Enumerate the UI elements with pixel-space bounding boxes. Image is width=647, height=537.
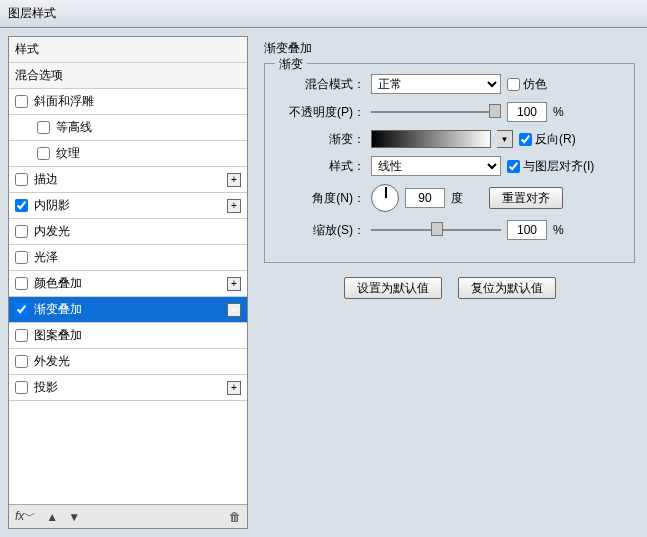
trash-icon[interactable]: 🗑: [229, 510, 241, 524]
up-icon[interactable]: ▲: [46, 510, 58, 524]
sidebar-footer: fx﹀ ▲ ▼ 🗑: [9, 504, 247, 528]
gradient-dropdown-icon[interactable]: ▼: [497, 130, 513, 148]
angle-input[interactable]: [405, 188, 445, 208]
style-item-stroke[interactable]: 描边 +: [9, 167, 247, 193]
align-checkbox[interactable]: 与图层对齐(I): [507, 158, 594, 175]
opacity-input[interactable]: [507, 102, 547, 122]
scale-input[interactable]: [507, 220, 547, 240]
group-legend: 渐变: [275, 56, 307, 73]
style-check[interactable]: [15, 329, 28, 342]
reverse-checkbox[interactable]: 反向(R): [519, 131, 576, 148]
angle-label: 角度(N)：: [277, 190, 365, 207]
angle-dial[interactable]: [371, 184, 399, 212]
dither-checkbox[interactable]: 仿色: [507, 76, 547, 93]
window-titlebar: 图层样式: [0, 0, 647, 28]
gradient-label: 渐变：: [277, 131, 365, 148]
style-item-satin[interactable]: 光泽: [9, 245, 247, 271]
style-item-bevel[interactable]: 斜面和浮雕: [9, 89, 247, 115]
down-icon[interactable]: ▼: [68, 510, 80, 524]
style-check[interactable]: [15, 277, 28, 290]
scale-label: 缩放(S)：: [277, 222, 365, 239]
opacity-label: 不透明度(P)：: [277, 104, 365, 121]
section-title: 渐变叠加: [264, 40, 635, 57]
style-check[interactable]: [15, 303, 28, 316]
style-item-inner-glow[interactable]: 内发光: [9, 219, 247, 245]
style-item-inner-shadow[interactable]: 内阴影 +: [9, 193, 247, 219]
style-item-gradient-overlay[interactable]: 渐变叠加 +: [9, 297, 247, 323]
add-icon[interactable]: +: [227, 277, 241, 291]
blend-options-header[interactable]: 混合选项: [9, 63, 247, 89]
style-check[interactable]: [15, 95, 28, 108]
style-check[interactable]: [15, 199, 28, 212]
gradient-group: 渐变 混合模式： 正常 仿色 不透明度(P)： % 渐变： ▼ 反向(R): [264, 63, 635, 263]
add-icon[interactable]: +: [227, 199, 241, 213]
add-icon[interactable]: +: [227, 381, 241, 395]
style-item-drop-shadow[interactable]: 投影 +: [9, 375, 247, 401]
scale-slider[interactable]: [371, 222, 501, 238]
style-item-pattern-overlay[interactable]: 图案叠加: [9, 323, 247, 349]
style-check[interactable]: [15, 225, 28, 238]
style-select[interactable]: 线性: [371, 156, 501, 176]
style-item-outer-glow[interactable]: 外发光: [9, 349, 247, 375]
blend-label: 混合模式：: [277, 76, 365, 93]
reset-align-button[interactable]: 重置对齐: [489, 187, 563, 209]
style-check[interactable]: [15, 381, 28, 394]
style-label: 样式：: [277, 158, 365, 175]
styles-header[interactable]: 样式: [9, 37, 247, 63]
add-icon[interactable]: +: [227, 173, 241, 187]
style-check[interactable]: [37, 147, 50, 160]
fx-icon[interactable]: fx﹀: [15, 508, 36, 525]
style-check[interactable]: [15, 173, 28, 186]
style-check[interactable]: [15, 251, 28, 264]
style-item-color-overlay[interactable]: 颜色叠加 +: [9, 271, 247, 297]
reset-default-button[interactable]: 复位为默认值: [458, 277, 556, 299]
style-check[interactable]: [15, 355, 28, 368]
settings-panel: 渐变叠加 渐变 混合模式： 正常 仿色 不透明度(P)： % 渐变： ▼ 反向(: [260, 36, 639, 529]
window-title: 图层样式: [8, 5, 56, 22]
opacity-slider[interactable]: [371, 104, 501, 120]
add-icon[interactable]: +: [227, 303, 241, 317]
gradient-preview[interactable]: [371, 130, 491, 148]
style-check[interactable]: [37, 121, 50, 134]
styles-sidebar: 样式 混合选项 斜面和浮雕 等高线 纹理 描边 + 内阴影: [8, 36, 248, 529]
make-default-button[interactable]: 设置为默认值: [344, 277, 442, 299]
blend-mode-select[interactable]: 正常: [371, 74, 501, 94]
style-item-texture[interactable]: 纹理: [9, 141, 247, 167]
style-item-contour[interactable]: 等高线: [9, 115, 247, 141]
